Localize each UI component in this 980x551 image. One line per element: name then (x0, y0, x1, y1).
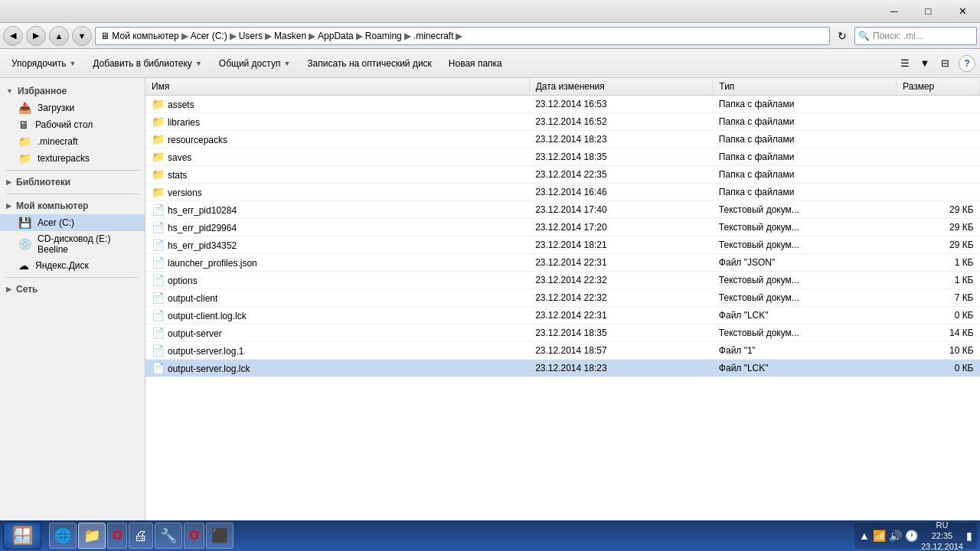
table-row[interactable]: 📁saves 23.12.2014 18:35 Папка с файлами (145, 148, 980, 166)
table-row[interactable]: 📁libraries 23.12.2014 16:52 Папка с файл… (145, 113, 980, 131)
sidebar-item-acer-label: Acer (C:) (38, 217, 74, 228)
file-size: 29 КБ (897, 201, 980, 219)
table-row[interactable]: 📄launcher_profiles.json 23.12.2014 22:31… (145, 254, 980, 272)
file-name: 📄output-client.log.lck (145, 307, 529, 324)
file-type: Папка с файлами (713, 184, 897, 201)
file-modified: 23.12.2014 22:32 (529, 289, 713, 307)
file-size (897, 184, 980, 201)
taskbar-item-opera1[interactable]: O (107, 523, 127, 549)
table-row[interactable]: 📁assets 23.12.2014 16:53 Папка с файлами (145, 96, 980, 113)
sidebar-item-texturepacks-label: texturepacks (38, 153, 90, 164)
file-icon: 📄 (152, 204, 165, 216)
titlebar: ─ □ ✕ (0, 0, 980, 23)
tray-volume-icon[interactable]: 🔊 (889, 530, 902, 542)
view-list-button[interactable]: ☰ (896, 54, 914, 73)
sidebar-item-minecraft[interactable]: 📁 .minecraft (0, 133, 145, 150)
file-modified: 23.12.2014 22:32 (529, 272, 713, 289)
table-row[interactable]: 📄hs_err_pid29964 23.12.2014 17:20 Тексто… (145, 219, 980, 236)
file-size: 0 КБ (897, 307, 980, 324)
taskbar-item-minecraft[interactable]: ⬛ (206, 523, 234, 549)
table-row[interactable]: 📄hs_err_pid10284 23.12.2014 17:40 Тексто… (145, 201, 980, 219)
sidebar-libraries-header[interactable]: ▶ Библиотеки (0, 174, 145, 191)
tray-expand-icon[interactable]: ▲ (859, 530, 870, 542)
table-row[interactable]: 📄output-server 23.12.2014 18:35 Текстовы… (145, 324, 980, 342)
table-row[interactable]: 📄output-server.log.1 23.12.2014 18:57 Фа… (145, 342, 980, 360)
column-name[interactable]: Имя (145, 78, 529, 96)
toolbar: Упорядочить ▼ Добавить в библиотеку ▼ Об… (0, 49, 980, 78)
up-button[interactable]: ▲ (49, 26, 69, 46)
sidebar-item-cdrom[interactable]: 💿 CD-дисковод (E:) Beeline (0, 231, 145, 257)
tray-network-icon[interactable]: 📶 (873, 530, 886, 542)
column-type[interactable]: Тип (713, 78, 897, 96)
sidebar-item-yadisk[interactable]: ☁ Яндекс.Диск (0, 257, 145, 274)
file-modified: 23.12.2014 18:57 (529, 342, 713, 360)
help-button[interactable]: ? (959, 55, 975, 72)
start-button[interactable]: 🪟 (3, 522, 41, 549)
taskbar-item-opera2[interactable]: O (184, 523, 204, 549)
tray-show-desktop-icon[interactable]: ▮ (966, 530, 972, 542)
file-size: 0 КБ (897, 360, 980, 377)
printer-icon: 🖨 (134, 528, 148, 544)
taskbar-item-printer[interactable]: 🖨 (129, 523, 153, 549)
windows-logo-icon: 🪟 (12, 526, 33, 546)
opera-icon: O (113, 529, 122, 543)
file-type: Папка с файлами (713, 131, 897, 148)
folder-icon: 📁 (152, 116, 165, 128)
sidebar-network-header[interactable]: ▶ Сеть (0, 281, 145, 298)
table-row[interactable]: 📄hs_err_pid34352 23.12.2014 18:21 Тексто… (145, 236, 980, 254)
sidebar-item-desktop[interactable]: 🖥 Рабочий стол (0, 116, 145, 133)
table-row[interactable]: 📄options 23.12.2014 22:32 Текстовый доку… (145, 272, 980, 289)
file-name: 📁versions (145, 184, 529, 201)
file-modified: 23.12.2014 22:35 (529, 166, 713, 184)
share-label: Общий доступ (219, 58, 281, 69)
recent-button[interactable]: ▼ (72, 26, 92, 46)
file-size: 7 КБ (897, 289, 980, 307)
taskbar-item-tools[interactable]: 🔧 (155, 523, 182, 549)
address-field[interactable]: 🖥 Мой компьютер ▶ Acer (C:) ▶ Users ▶ Ma… (95, 27, 830, 45)
search-box[interactable]: 🔍 Поиск: .mi... (854, 27, 977, 45)
taskbar-item-explorer[interactable]: 📁 (78, 523, 106, 549)
column-size[interactable]: Размер (897, 78, 980, 96)
file-icon: 📄 (152, 327, 165, 339)
sidebar-item-acer[interactable]: 💾 Acer (C:) (0, 214, 145, 231)
tray-date: 23.12.2014 (921, 541, 963, 551)
new-folder-button[interactable]: Новая папка (442, 53, 509, 74)
addressbar: ◀ ▶ ▲ ▼ 🖥 Мой компьютер ▶ Acer (C:) ▶ Us… (0, 23, 980, 49)
forward-button[interactable]: ▶ (26, 26, 46, 46)
table-row[interactable]: 📁stats 23.12.2014 22:35 Папка с файлами (145, 166, 980, 184)
table-row[interactable]: 📁resourcepacks 23.12.2014 18:23 Папка с … (145, 131, 980, 148)
file-type: Текстовый докум... (713, 324, 897, 342)
burn-button[interactable]: Записать на оптический диск (300, 53, 439, 74)
view-preview-button[interactable]: ⊟ (936, 54, 954, 73)
table-row[interactable]: 📄output-client 23.12.2014 22:32 Текстовы… (145, 289, 980, 307)
file-type: Текстовый докум... (713, 289, 897, 307)
sidebar-favorites-header[interactable]: ▼ Избранное (0, 83, 145, 99)
taskbar-item-browser[interactable]: 🌐 (49, 523, 77, 549)
title-buttons: ─ □ ✕ (877, 0, 980, 23)
close-button[interactable]: ✕ (946, 0, 980, 23)
file-modified: 23.12.2014 18:23 (529, 131, 713, 148)
add-library-arrow: ▼ (195, 60, 202, 67)
share-button[interactable]: Общий доступ ▼ (212, 53, 298, 74)
table-row[interactable]: 📁versions 23.12.2014 16:46 Папка с файла… (145, 184, 980, 201)
file-type: Файл "LCK" (713, 360, 897, 377)
taskbar: 🪟 🌐 📁 O 🖨 🔧 O ⬛ ▲ 📶 🔊 🕐 RU 22:35 23.12.2… (0, 520, 980, 551)
table-row[interactable]: 📄output-server.log.lck 23.12.2014 18:23 … (145, 360, 980, 377)
table-row[interactable]: 📄output-client.log.lck 23.12.2014 22:31 … (145, 307, 980, 324)
add-library-button[interactable]: Добавить в библиотеку ▼ (86, 53, 208, 74)
share-arrow: ▼ (283, 60, 290, 67)
refresh-button[interactable]: ↻ (833, 27, 851, 45)
tools-icon: 🔧 (160, 527, 177, 544)
sidebar-computer-header[interactable]: ▶ Мой компьютер (0, 197, 145, 214)
sidebar-item-downloads[interactable]: 📥 Загрузки (0, 99, 145, 116)
folder-icon: 📁 (152, 133, 165, 145)
column-modified[interactable]: Дата изменения (529, 78, 713, 96)
sidebar-item-texturepacks[interactable]: 📁 texturepacks (0, 150, 145, 167)
maximize-button[interactable]: □ (911, 0, 946, 23)
file-size: 29 КБ (897, 236, 980, 254)
organize-button[interactable]: Упорядочить ▼ (5, 53, 83, 74)
search-placeholder: Поиск: .mi... (873, 31, 923, 41)
view-dropdown-button[interactable]: ▼ (916, 54, 934, 73)
minimize-button[interactable]: ─ (877, 0, 911, 23)
back-button[interactable]: ◀ (3, 26, 23, 46)
